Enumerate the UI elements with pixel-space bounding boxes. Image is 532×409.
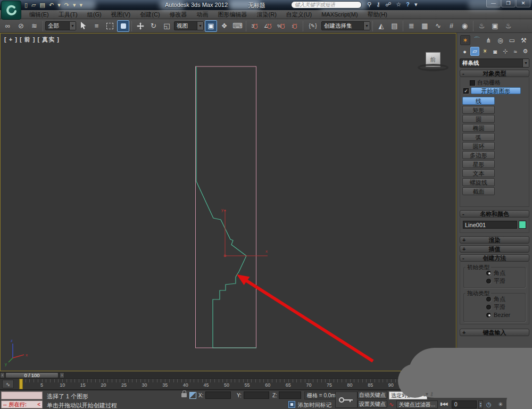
y-coordinate-field[interactable] (244, 391, 269, 399)
new-scene-icon[interactable]: ▯ (24, 1, 28, 9)
unlink-selection-icon[interactable]: ⊘ (15, 20, 27, 32)
current-frame-field[interactable]: 0 (452, 400, 477, 408)
category-geometry-icon[interactable]: ● (460, 47, 469, 56)
select-by-name-icon[interactable]: ≡ (90, 20, 103, 32)
schematic-view-icon[interactable]: # (445, 20, 458, 32)
rollout-expand-icon[interactable]: + (462, 246, 466, 253)
start-new-shape-checkbox[interactable]: ✓ (463, 88, 469, 94)
rollout-interpolation[interactable]: + 插值 (460, 245, 529, 253)
time-configuration-icon[interactable]: ◷ (486, 401, 492, 408)
category-lights-icon[interactable]: ☀ (480, 47, 489, 56)
undo-dropdown-icon[interactable]: ▾ (57, 1, 61, 9)
object-color-swatch[interactable] (519, 221, 526, 229)
time-slider-next-button[interactable]: › (60, 372, 64, 378)
menu-modifiers[interactable]: 修改器 (165, 11, 192, 19)
menu-animation[interactable]: 动画 (192, 11, 213, 19)
redo-dropdown-icon[interactable]: ▾ (73, 1, 76, 9)
mirror-icon[interactable]: ◭ (375, 20, 387, 32)
edit-named-selection-sets-icon[interactable]: {✎} (305, 20, 320, 32)
object-name-field[interactable]: Line001 (463, 221, 517, 229)
maxscript-listener-line[interactable]: -- 所在行: < (1, 400, 43, 408)
menu-maxscript[interactable]: MAXScript(M) (317, 11, 362, 18)
spinner-down-icon[interactable]: ▼ (479, 405, 482, 407)
track-bar[interactable]: ∿ 051015202530354045505560657075808590 (0, 379, 456, 390)
button-text[interactable]: 文本 (462, 169, 495, 177)
time-slider-handle[interactable]: 0 / 100 (5, 372, 59, 378)
menu-customize[interactable]: 自定义(U) (281, 11, 317, 19)
bind-to-spacewarp-icon[interactable]: ≋ (28, 20, 40, 32)
selection-filter-dropdown[interactable]: 全部 ▾ (45, 21, 76, 30)
rollout-collapse-icon[interactable]: - (462, 211, 464, 218)
tab-modify-icon[interactable]: ⌒ (472, 35, 482, 45)
close-button[interactable]: ✕ (516, 0, 530, 7)
menu-create[interactable]: 创建(C) (135, 11, 164, 19)
favorites-star-icon[interactable]: ☆ (396, 1, 401, 8)
select-and-manipulate-icon[interactable]: ❖ (218, 20, 230, 32)
button-arc[interactable]: 弧 (462, 133, 495, 141)
reference-coordinate-dropdown[interactable]: 视图 ▾ (174, 21, 204, 30)
drag-bezier-radio[interactable] (486, 313, 491, 318)
tab-hierarchy-icon[interactable]: ⋔ (484, 35, 494, 45)
menu-graph-editors[interactable]: 图形编辑器 (213, 11, 252, 19)
rollout-expand-icon[interactable]: + (462, 237, 466, 244)
drag-smooth-radio[interactable] (486, 305, 491, 310)
pan-hand-icon[interactable]: ✳ (498, 401, 503, 408)
window-crossing-toggle-icon[interactable] (117, 20, 129, 32)
menu-edit[interactable]: 编辑(E) (24, 11, 54, 19)
infocenter-search-input[interactable]: 键入关键字或短语 (291, 1, 362, 9)
button-circle[interactable]: 圆 (462, 115, 495, 123)
select-and-scale-icon[interactable]: ◱ (161, 20, 173, 32)
tab-display-icon[interactable]: ▭ (507, 35, 517, 45)
set-key-button[interactable]: 设置关键点 (358, 400, 387, 408)
curve-editor-icon[interactable]: ∿ (432, 20, 444, 32)
rendered-frame-window-icon[interactable]: ▣ (489, 20, 501, 32)
time-slider[interactable]: ‹ 0 / 100 › (0, 372, 456, 379)
spline-line001[interactable] (196, 66, 256, 348)
button-polygon[interactable]: 多边形 (462, 151, 495, 159)
go-to-start-icon[interactable]: ▮◀◀ (440, 402, 447, 406)
rollout-name-color[interactable]: - 名称和颜色 (460, 210, 529, 218)
named-selection-sets-dropdown[interactable]: 创建选择集 ▾ (321, 21, 370, 30)
current-frame-marker[interactable] (19, 379, 23, 389)
button-donut[interactable]: 圆环 (462, 142, 495, 150)
subscription-key-icon[interactable]: ⚷ (376, 1, 380, 8)
render-production-icon[interactable]: ♨ (502, 20, 514, 32)
tab-create-icon[interactable]: ✶ (460, 35, 470, 45)
auto-key-button[interactable]: 自动关键点 (358, 391, 387, 399)
rollout-collapse-icon[interactable]: - (462, 70, 464, 77)
front-viewport[interactable]: [ + ] [ 前 ] [ 真实 ] 前 y x z x y (0, 33, 456, 371)
qat-options-icon[interactable]: ▾ (79, 1, 82, 9)
initial-smooth-radio[interactable] (486, 279, 491, 283)
listener-scroll-arrow[interactable]: < (37, 402, 40, 407)
trackbar-ruler[interactable]: 051015202530354045505560657075808590 (16, 379, 456, 390)
button-line[interactable]: 线 (462, 97, 495, 105)
maximize-button[interactable]: ❐ (501, 0, 516, 7)
search-icon[interactable]: ⚲ (367, 1, 371, 8)
set-keys-button[interactable] (335, 391, 358, 408)
help-icon[interactable]: ? (406, 1, 410, 8)
rollout-expand-icon[interactable]: + (462, 329, 466, 336)
open-file-icon[interactable]: ▱ (31, 1, 36, 9)
graphite-ribbon-icon[interactable]: ▦ (419, 20, 431, 32)
rollout-keyboard-entry[interactable]: + 键盘输入 (460, 329, 529, 336)
time-tag-icon[interactable] (288, 401, 295, 408)
angle-snap-icon[interactable]: ∠Ω (262, 20, 274, 32)
category-spacewarps-icon[interactable]: ≈ (511, 47, 520, 56)
render-setup-icon[interactable]: ♨ (476, 20, 488, 32)
align-icon[interactable]: ▤ (388, 20, 401, 32)
category-helpers-icon[interactable]: ⊹ (501, 47, 510, 56)
x-coordinate-field[interactable] (205, 391, 231, 399)
key-filters-button[interactable]: 关键点过滤器... (396, 400, 438, 408)
category-cameras-icon[interactable]: ◙ (491, 47, 500, 56)
z-coordinate-field[interactable] (279, 391, 301, 399)
shape-category-dropdown[interactable]: 样条线 ▾ (460, 59, 529, 68)
minimize-button[interactable]: — (486, 0, 501, 7)
drag-corner-radio[interactable] (486, 297, 491, 302)
add-time-tag-label[interactable]: 添加时间标记 (298, 402, 331, 409)
help-dropdown-icon[interactable]: ▾ (414, 1, 418, 8)
frame-spinner[interactable]: ▲▼ (478, 400, 483, 408)
rollout-collapse-icon[interactable]: - (462, 255, 464, 262)
select-and-move-icon[interactable] (134, 20, 146, 32)
menu-views[interactable]: 视图(V) (106, 11, 136, 19)
redo-icon[interactable]: ↷ (64, 1, 69, 9)
